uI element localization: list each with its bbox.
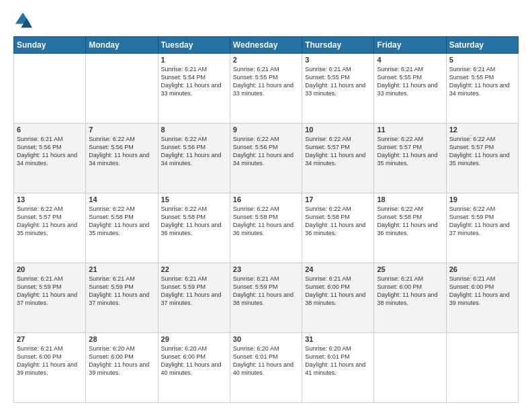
calendar-cell [86,54,158,124]
calendar-cell: 9Sunrise: 6:22 AM Sunset: 5:56 PM Daylig… [230,124,302,193]
calendar-cell: 16Sunrise: 6:22 AM Sunset: 5:58 PM Dayli… [230,193,302,263]
day-of-week-header: Wednesday [230,37,302,54]
calendar: SundayMondayTuesdayWednesdayThursdayFrid… [13,36,519,403]
day-number: 23 [233,265,299,273]
calendar-cell: 8Sunrise: 6:22 AM Sunset: 5:56 PM Daylig… [158,124,230,193]
day-detail: Sunrise: 6:22 AM Sunset: 5:58 PM Dayligh… [89,205,154,238]
day-number: 27 [17,335,83,343]
logo [13,11,35,30]
day-number: 15 [161,195,227,203]
day-number: 19 [449,195,515,203]
day-detail: Sunrise: 6:21 AM Sunset: 5:55 PM Dayligh… [449,65,515,98]
day-of-week-header: Sunday [14,37,86,54]
day-number: 20 [17,265,83,273]
calendar-cell: 23Sunrise: 6:21 AM Sunset: 5:59 PM Dayli… [230,263,302,333]
calendar-cell [14,54,86,124]
day-number: 8 [161,126,227,134]
day-detail: Sunrise: 6:22 AM Sunset: 5:57 PM Dayligh… [377,135,443,168]
calendar-week-row: 20Sunrise: 6:21 AM Sunset: 5:59 PM Dayli… [14,263,519,333]
day-detail: Sunrise: 6:22 AM Sunset: 5:56 PM Dayligh… [233,135,299,168]
calendar-cell: 10Sunrise: 6:22 AM Sunset: 5:57 PM Dayli… [302,124,374,193]
day-number: 6 [17,126,83,134]
header [13,11,519,30]
calendar-cell: 28Sunrise: 6:20 AM Sunset: 6:00 PM Dayli… [86,333,158,403]
logo-icon [13,11,32,30]
day-detail: Sunrise: 6:22 AM Sunset: 5:57 PM Dayligh… [449,135,515,168]
day-detail: Sunrise: 6:20 AM Sunset: 6:01 PM Dayligh… [233,345,299,377]
day-detail: Sunrise: 6:22 AM Sunset: 5:57 PM Dayligh… [305,135,371,168]
calendar-cell: 13Sunrise: 6:22 AM Sunset: 5:57 PM Dayli… [14,193,86,263]
calendar-cell: 14Sunrise: 6:22 AM Sunset: 5:58 PM Dayli… [86,193,158,263]
calendar-cell [446,333,518,403]
calendar-cell: 11Sunrise: 6:22 AM Sunset: 5:57 PM Dayli… [374,124,446,193]
calendar-week-row: 27Sunrise: 6:21 AM Sunset: 6:00 PM Dayli… [14,333,519,403]
day-detail: Sunrise: 6:21 AM Sunset: 5:55 PM Dayligh… [305,65,371,98]
day-of-week-header: Tuesday [158,37,230,54]
day-number: 17 [305,195,371,203]
page: SundayMondayTuesdayWednesdayThursdayFrid… [0,0,532,411]
calendar-week-row: 6Sunrise: 6:21 AM Sunset: 5:56 PM Daylig… [14,124,519,193]
day-detail: Sunrise: 6:21 AM Sunset: 5:56 PM Dayligh… [17,135,83,168]
calendar-cell: 29Sunrise: 6:20 AM Sunset: 6:00 PM Dayli… [158,333,230,403]
day-detail: Sunrise: 6:22 AM Sunset: 5:56 PM Dayligh… [89,135,154,168]
day-detail: Sunrise: 6:20 AM Sunset: 6:00 PM Dayligh… [89,345,154,377]
day-detail: Sunrise: 6:21 AM Sunset: 5:55 PM Dayligh… [377,65,443,98]
day-detail: Sunrise: 6:22 AM Sunset: 5:58 PM Dayligh… [305,205,371,238]
day-number: 14 [89,195,154,203]
day-number: 10 [305,126,371,134]
day-detail: Sunrise: 6:21 AM Sunset: 5:54 PM Dayligh… [161,65,227,98]
day-number: 25 [377,265,443,273]
day-number: 1 [161,56,227,64]
day-detail: Sunrise: 6:21 AM Sunset: 5:59 PM Dayligh… [17,275,83,308]
calendar-cell: 18Sunrise: 6:22 AM Sunset: 5:58 PM Dayli… [374,193,446,263]
calendar-cell: 4Sunrise: 6:21 AM Sunset: 5:55 PM Daylig… [374,54,446,124]
day-number: 21 [89,265,154,273]
day-detail: Sunrise: 6:20 AM Sunset: 6:00 PM Dayligh… [161,345,227,377]
day-detail: Sunrise: 6:21 AM Sunset: 6:00 PM Dayligh… [449,275,515,308]
day-detail: Sunrise: 6:22 AM Sunset: 5:59 PM Dayligh… [449,205,515,238]
day-number: 30 [233,335,299,343]
calendar-header-row: SundayMondayTuesdayWednesdayThursdayFrid… [14,37,519,54]
calendar-cell: 27Sunrise: 6:21 AM Sunset: 6:00 PM Dayli… [14,333,86,403]
calendar-cell: 20Sunrise: 6:21 AM Sunset: 5:59 PM Dayli… [14,263,86,333]
day-number: 5 [449,56,515,64]
calendar-cell: 17Sunrise: 6:22 AM Sunset: 5:58 PM Dayli… [302,193,374,263]
calendar-cell: 6Sunrise: 6:21 AM Sunset: 5:56 PM Daylig… [14,124,86,193]
day-number: 4 [377,56,443,64]
day-detail: Sunrise: 6:20 AM Sunset: 6:01 PM Dayligh… [305,345,371,377]
day-number: 13 [17,195,83,203]
day-detail: Sunrise: 6:22 AM Sunset: 5:56 PM Dayligh… [161,135,227,168]
calendar-cell: 7Sunrise: 6:22 AM Sunset: 5:56 PM Daylig… [86,124,158,193]
day-detail: Sunrise: 6:21 AM Sunset: 5:59 PM Dayligh… [89,275,154,308]
day-detail: Sunrise: 6:21 AM Sunset: 6:00 PM Dayligh… [305,275,371,308]
day-number: 11 [377,126,443,134]
day-number: 22 [161,265,227,273]
calendar-cell: 5Sunrise: 6:21 AM Sunset: 5:55 PM Daylig… [446,54,518,124]
calendar-cell: 15Sunrise: 6:22 AM Sunset: 5:58 PM Dayli… [158,193,230,263]
calendar-cell: 19Sunrise: 6:22 AM Sunset: 5:59 PM Dayli… [446,193,518,263]
day-number: 28 [89,335,154,343]
day-number: 9 [233,126,299,134]
calendar-cell: 21Sunrise: 6:21 AM Sunset: 5:59 PM Dayli… [86,263,158,333]
day-number: 12 [449,126,515,134]
day-detail: Sunrise: 6:21 AM Sunset: 6:00 PM Dayligh… [377,275,443,308]
day-of-week-header: Thursday [302,37,374,54]
day-detail: Sunrise: 6:22 AM Sunset: 5:58 PM Dayligh… [377,205,443,238]
day-number: 29 [161,335,227,343]
day-detail: Sunrise: 6:21 AM Sunset: 5:55 PM Dayligh… [233,65,299,98]
calendar-cell: 3Sunrise: 6:21 AM Sunset: 5:55 PM Daylig… [302,54,374,124]
calendar-cell: 22Sunrise: 6:21 AM Sunset: 5:59 PM Dayli… [158,263,230,333]
day-number: 16 [233,195,299,203]
day-detail: Sunrise: 6:21 AM Sunset: 5:59 PM Dayligh… [233,275,299,308]
calendar-cell: 12Sunrise: 6:22 AM Sunset: 5:57 PM Dayli… [446,124,518,193]
calendar-cell: 2Sunrise: 6:21 AM Sunset: 5:55 PM Daylig… [230,54,302,124]
day-number: 7 [89,126,154,134]
day-number: 26 [449,265,515,273]
day-number: 2 [233,56,299,64]
calendar-cell [374,333,446,403]
day-detail: Sunrise: 6:22 AM Sunset: 5:58 PM Dayligh… [161,205,227,238]
day-of-week-header: Saturday [446,37,518,54]
day-of-week-header: Friday [374,37,446,54]
calendar-cell: 26Sunrise: 6:21 AM Sunset: 6:00 PM Dayli… [446,263,518,333]
calendar-cell: 24Sunrise: 6:21 AM Sunset: 6:00 PM Dayli… [302,263,374,333]
